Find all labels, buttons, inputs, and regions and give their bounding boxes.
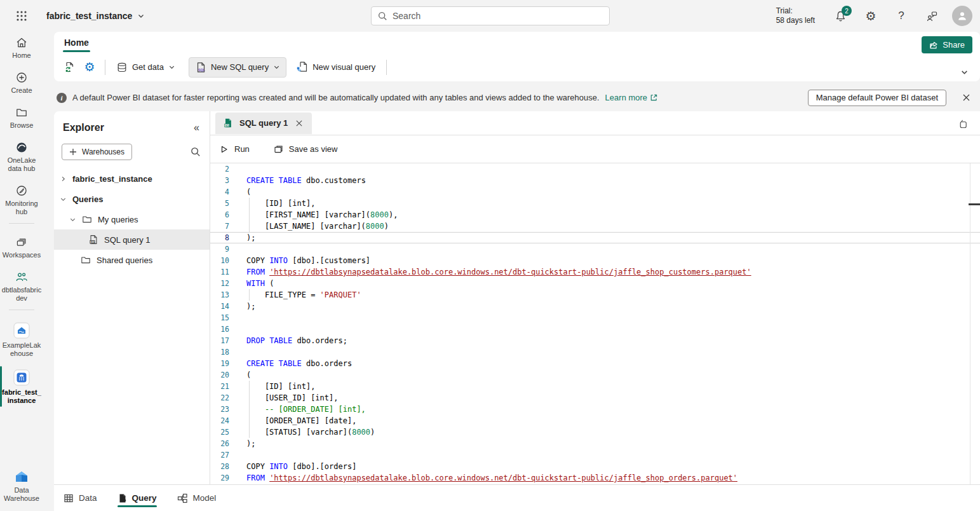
query-tab[interactable]: SQL SQL query 1 [215,112,312,134]
search-input[interactable] [393,11,603,21]
search-icon [378,11,387,21]
code-line-6[interactable]: 6 [FIRST_NAME] [varchar](8000), [210,209,980,221]
tab-home[interactable]: Home [63,35,90,50]
settings-gear-icon[interactable]: ⚙ [861,6,881,26]
top-bar: fabric_test_instance Trial: 58 days left… [0,0,980,32]
code-area[interactable]: 23CREATE TABLE dbo.customers4(5 [ID] [in… [210,163,980,484]
sidebar-item-workspaces[interactable]: Workspaces [0,231,43,262]
plus-icon [69,148,77,156]
line-number: 2 [210,163,229,175]
new-visual-query-button[interactable]: New visual query [290,57,381,78]
sidebar-item-dbtlabsfabricdev[interactable]: dbtlabsfabricdev [0,266,43,306]
code-line-27[interactable]: 27 [210,449,980,461]
line-number: 3 [210,175,229,186]
line-number: 27 [210,449,229,461]
copy-icon[interactable] [955,116,972,132]
code-line-20[interactable]: 20( [210,369,980,381]
tree-item-my-queries[interactable]: My queries [54,209,210,229]
sidebar-item-examplelakehouse[interactable]: ExampleLakehouse [0,318,43,361]
share-button[interactable]: Share [922,36,972,53]
sidebar-item-home[interactable]: Home [0,32,43,63]
notifications-bell-icon[interactable]: 2 [830,6,850,26]
external-link-icon [650,93,658,102]
help-icon[interactable]: ? [891,6,911,26]
home-icon [15,36,28,49]
tree-item-sql-query-1[interactable]: SQL SQL query 1 [54,229,210,250]
collapse-ribbon-icon[interactable] [960,68,969,76]
tab-data[interactable]: Data [64,485,97,511]
editor-scrollbar[interactable] [970,163,970,484]
code-line-28[interactable]: 28COPY INTO [dbo].[orders] [210,461,980,472]
tree-item-shared-queries[interactable]: Shared queries [54,250,210,270]
global-search[interactable] [371,6,610,25]
banner-close-icon[interactable] [958,90,974,106]
explorer-search-icon[interactable] [191,147,201,157]
collapse-explorer-icon[interactable]: « [194,122,199,133]
tree-item-warehouse-root[interactable]: fabric_test_instance [54,168,210,189]
code-line-29[interactable]: 29FROM 'https://dbtlabsynapsedatalake.bl… [210,472,980,484]
sidebar-item-fabric-test-instance[interactable]: fabric_test_instance [0,365,43,408]
chevron-down-icon [60,196,67,203]
sidebar-item-data-warehouse[interactable]: Data Warehouse [0,465,43,506]
code-line-5[interactable]: 5 [ID] [int], [210,198,980,209]
code-line-3[interactable]: 3CREATE TABLE dbo.customers [210,175,980,186]
code-line-12[interactable]: 12WITH ( [210,278,980,289]
code-line-23[interactable]: 23 -- [ORDER_DATE] [int], [210,404,980,415]
sidebar-item-create[interactable]: Create [0,67,43,98]
svg-text:SQL: SQL [225,125,230,127]
code-line-16[interactable]: 16 [210,324,980,335]
save-as-view-icon [274,144,283,154]
save-as-view-button[interactable]: Save as view [274,144,338,154]
code-line-11[interactable]: 11FROM 'https://dbtlabsynapsedatalake.bl… [210,266,980,278]
monitoring-hub-icon [15,184,28,197]
user-avatar[interactable] [952,6,972,26]
new-sql-query-button[interactable]: SQL New SQL query [189,57,286,78]
app-window: fabric_test_instance Trial: 58 days left… [0,0,980,511]
sidebar-item-label: Data Warehouse [1,486,42,503]
code-line-10[interactable]: 10COPY INTO [dbo].[customers] [210,255,980,266]
code-line-26[interactable]: 26); [210,438,980,449]
code-line-21[interactable]: 21 [ID] [int], [210,381,980,392]
line-number: 28 [210,461,229,472]
code-line-24[interactable]: 24 [ORDER_DATE] [date], [210,415,980,426]
code-line-25[interactable]: 25 [STATUS] [varchar](8000) [210,426,980,438]
sidebar-item-monitoring-hub[interactable]: Monitoring hub [0,180,43,219]
explorer-tree: fabric_test_instance Queries My queries … [54,168,210,270]
tab-model[interactable]: Model [177,485,217,511]
new-warehouse-button[interactable]: Warehouses [62,144,132,160]
ribbon-settings-icon[interactable]: ⚙ [79,57,100,78]
code-line-17[interactable]: 17DROP TABLE dbo.orders; [210,335,980,346]
feedback-icon[interactable] [922,6,942,26]
learn-more-link[interactable]: Learn more [605,93,658,102]
waffle-menu-icon[interactable] [11,5,32,27]
close-tab-icon[interactable] [294,119,304,127]
tab-query[interactable]: Query [117,485,157,511]
workspace-switcher[interactable]: fabric_test_instance [46,11,145,21]
tree-item-queries[interactable]: Queries [54,189,210,209]
sidebar-item-onelake-data-hub[interactable]: OneLake data hub [0,137,43,176]
code-line-15[interactable]: 15 [210,312,980,324]
code-line-22[interactable]: 22 [USER_ID] [int], [210,392,980,404]
database-icon [116,62,128,73]
sidebar-item-label: Workspaces [1,251,42,259]
run-button[interactable]: Run [220,144,250,154]
line-number: 5 [210,198,229,209]
folder-icon [82,214,92,224]
sidebar-item-browse[interactable]: Browse [0,102,43,133]
code-line-8[interactable]: 8); [210,232,980,243]
code-line-18[interactable]: 18 [210,346,980,358]
manage-dataset-button[interactable]: Manage default Power BI dataset [808,90,946,106]
code-line-2[interactable]: 2 [210,163,980,175]
code-line-7[interactable]: 7 [LAST_NAME] [varchar](8000) [210,221,980,232]
code-line-4[interactable]: 4( [210,186,980,198]
data-warehouse-icon [14,470,29,484]
code-line-13[interactable]: 13 FILE_TYPE = 'PARQUET' [210,289,980,301]
line-number: 8 [210,233,229,243]
trial-status: Trial: 58 days left [776,6,815,25]
refresh-icon[interactable] [59,57,79,78]
get-data-button[interactable]: Get data [111,57,181,78]
line-number: 12 [210,278,229,289]
code-line-14[interactable]: 14); [210,301,980,312]
code-line-9[interactable]: 9 [210,243,980,255]
code-line-19[interactable]: 19CREATE TABLE dbo.orders [210,358,980,369]
